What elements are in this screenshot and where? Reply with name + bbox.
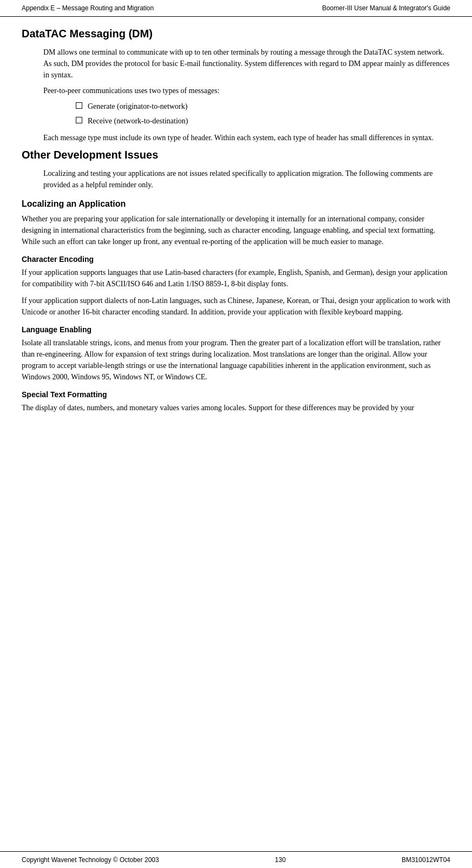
- footer-right: BM310012WT04: [402, 856, 450, 864]
- page: Appendix E – Message Routing and Migrati…: [0, 0, 472, 868]
- localizing-body: Whether you are preparing your applicati…: [22, 213, 450, 247]
- other-dev-block: Localizing and testing your applications…: [43, 168, 450, 190]
- special-text-body: The display of dates, numbers, and monet…: [22, 402, 450, 413]
- datatac-body: DM allows one terminal to communicate wi…: [43, 47, 450, 81]
- checkbox-icon: [76, 117, 82, 123]
- lang-enabling-title: Language Enabling: [22, 325, 450, 334]
- datatac-title: DataTAC Messaging (DM): [22, 28, 450, 40]
- other-dev-title: Other Development Issues: [22, 149, 450, 161]
- main-content: DataTAC Messaging (DM) DM allows one ter…: [0, 17, 472, 851]
- footer-left: Copyright Wavenet Technology © October 2…: [22, 856, 159, 864]
- peer-para: Peer-to-peer communications uses two typ…: [43, 85, 450, 96]
- each-para: Each message type must include its own t…: [43, 132, 450, 143]
- datatac-block: DM allows one terminal to communicate wi…: [43, 47, 450, 143]
- localizing-subtitle: Localizing an Application: [22, 199, 450, 209]
- bullet-text-1: Generate (originator-to-network): [88, 101, 187, 112]
- char-encoding-title: Character Encoding: [22, 255, 450, 264]
- other-dev-body: Localizing and testing your applications…: [43, 168, 450, 190]
- lang-enabling-body: Isolate all translatable strings, icons,…: [22, 337, 450, 383]
- bullet-text-2: Receive (network-to-destination): [88, 115, 188, 127]
- header-left: Appendix E – Message Routing and Migrati…: [22, 4, 154, 12]
- char-encoding-body1: If your application supports languages t…: [22, 267, 450, 290]
- page-header: Appendix E – Message Routing and Migrati…: [0, 0, 472, 17]
- header-right: Boomer-III User Manual & Integrator's Gu…: [322, 4, 450, 12]
- page-footer: Copyright Wavenet Technology © October 2…: [0, 851, 472, 868]
- checkbox-icon: [76, 102, 82, 109]
- special-text-title: Special Text Formatting: [22, 390, 450, 399]
- list-item: Receive (network-to-destination): [76, 115, 450, 127]
- footer-center: 130: [275, 856, 286, 864]
- bullet-list: Generate (originator-to-network) Receive…: [76, 101, 450, 127]
- char-encoding-body2: If your application support dialects of …: [22, 295, 450, 318]
- list-item: Generate (originator-to-network): [76, 101, 450, 112]
